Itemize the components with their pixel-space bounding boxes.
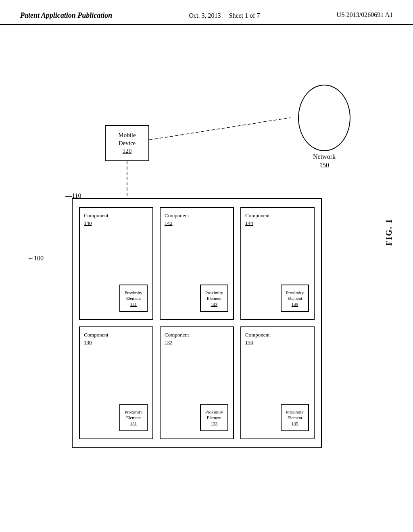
- network-label: Network 150: [298, 153, 350, 170]
- component-label-142: Component 142: [165, 212, 229, 227]
- proximity-box-135: ProximityElement 135: [281, 404, 309, 431]
- diagram-area: Network 150 MobileDevice 120 —110 ←100 C…: [0, 25, 413, 521]
- system-box: Component 140 ProximityElement 141 Compo…: [72, 198, 322, 448]
- proximity-box-143: ProximityElement 143: [200, 285, 228, 312]
- svg-line-1: [149, 118, 290, 140]
- proximity-box-133: ProximityElement 133: [200, 404, 228, 431]
- component-label-140: Component 140: [84, 212, 148, 227]
- component-box-142: Component 142 ProximityElement 143: [160, 207, 234, 320]
- component-box-144: Component 144 ProximityElement 145: [240, 207, 315, 320]
- header-date: Oct. 3, 2013: [189, 12, 221, 19]
- components-grid: Component 140 ProximityElement 141 Compo…: [79, 207, 315, 439]
- proximity-label-133: ProximityElement 133: [205, 409, 223, 426]
- proximity-box-145: ProximityElement 145: [281, 285, 309, 312]
- proximity-label-143: ProximityElement 143: [205, 290, 223, 307]
- component-label-144: Component 144: [245, 212, 310, 227]
- component-label-134: Component 134: [245, 331, 310, 346]
- proximity-label-141: ProximityElement 141: [125, 290, 142, 307]
- header-title: Patent Application Publication: [20, 11, 112, 20]
- proximity-box-141: ProximityElement 141: [119, 285, 148, 312]
- component-label-130: Component 130: [84, 331, 148, 346]
- header-patent-number: US 2013/0260691 A1: [336, 11, 393, 19]
- mobile-device-label: MobileDevice 120: [118, 131, 136, 155]
- mobile-device-box: MobileDevice 120: [105, 125, 149, 161]
- figure-label: FIG. 1: [384, 218, 394, 246]
- component-label-132: Component 132: [165, 331, 229, 346]
- proximity-box-131: ProximityElement 131: [119, 404, 148, 431]
- mobile-device-container: MobileDevice 120: [105, 125, 149, 161]
- proximity-label-131: ProximityElement 131: [125, 409, 142, 426]
- component-box-130: Component 130 ProximityElement 131: [79, 326, 153, 439]
- page-header: Patent Application Publication Oct. 3, 2…: [0, 0, 413, 25]
- component-box-140: Component 140 ProximityElement 141: [79, 207, 153, 320]
- network-container: Network 150: [298, 85, 350, 170]
- proximity-label-145: ProximityElement 145: [286, 290, 304, 307]
- header-date-sheet: Oct. 3, 2013 Sheet 1 of 7: [189, 11, 260, 20]
- proximity-label-135: ProximityElement 135: [286, 409, 304, 426]
- header-sheet: Sheet 1 of 7: [229, 12, 260, 19]
- component-box-134: Component 134 ProximityElement 135: [240, 326, 315, 439]
- network-ellipse: [298, 85, 350, 151]
- label-100: ←100: [27, 255, 44, 262]
- component-box-132: Component 132 ProximityElement 133: [160, 326, 234, 439]
